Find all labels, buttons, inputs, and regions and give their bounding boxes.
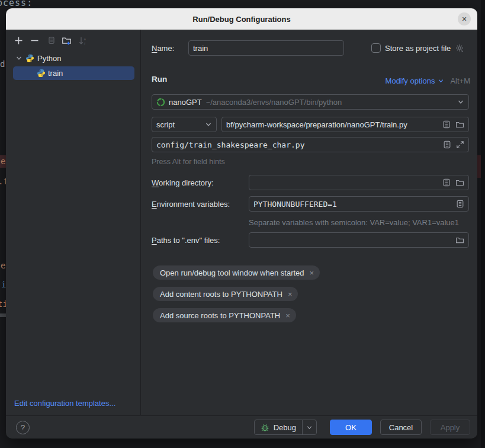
screen: { "window": { "title": "Run/Debug Config… bbox=[0, 0, 485, 448]
chevron-down-icon bbox=[205, 121, 212, 128]
name-label-mnemonic: N bbox=[152, 44, 157, 53]
environment-variables-rest: nvironment variables: bbox=[157, 200, 230, 209]
environment-variables-label: Environment variables: bbox=[152, 196, 230, 212]
script-mode-value: script bbox=[156, 120, 175, 129]
folder-icon[interactable] bbox=[455, 178, 464, 187]
dialog-footer: ? Debug OK Cancel Apply bbox=[6, 415, 477, 439]
configurations-sidebar: az Python train bbox=[6, 30, 141, 415]
chevron-down-icon bbox=[438, 78, 444, 84]
bug-icon bbox=[261, 423, 269, 432]
dialog-title: Run/Debug Configurations bbox=[192, 15, 290, 24]
browse-list-icon[interactable] bbox=[456, 200, 464, 208]
interpreter-name: nanoGPT bbox=[169, 98, 202, 107]
option-tag[interactable]: Add source roots to PYTHONPATH × bbox=[153, 308, 296, 322]
option-tag[interactable]: Open run/debug tool window when started … bbox=[153, 265, 320, 280]
tree-item-train-selected[interactable]: train bbox=[13, 66, 134, 80]
interpreter-select[interactable]: nanoGPT ~/anaconda3/envs/nanoGPT/bin/pyt… bbox=[152, 94, 469, 110]
chevron-down-icon[interactable] bbox=[303, 420, 316, 434]
browse-list-icon[interactable] bbox=[442, 178, 451, 187]
name-field[interactable] bbox=[188, 40, 344, 56]
script-mode-select[interactable]: script bbox=[152, 117, 217, 132]
gear-icon[interactable] bbox=[455, 43, 464, 53]
name-label-rest: ame: bbox=[157, 44, 174, 53]
store-as-project-file-group: Store as project file bbox=[371, 40, 464, 56]
tag-close-icon[interactable]: × bbox=[285, 312, 290, 319]
new-folder-icon[interactable] bbox=[62, 36, 72, 46]
background-scroll-thumb bbox=[0, 313, 6, 317]
tag-close-icon[interactable]: × bbox=[310, 269, 314, 277]
debug-split-button[interactable]: Debug bbox=[254, 420, 317, 435]
modify-options-shortcut: Alt+M bbox=[450, 76, 470, 85]
apply-button-disabled: Apply bbox=[430, 420, 470, 435]
python-icon bbox=[37, 69, 46, 78]
dialog-titlebar: Run/Debug Configurations × bbox=[6, 8, 477, 30]
env-paths-label: Paths to ".env" files: bbox=[152, 232, 220, 248]
background-error-stripe bbox=[477, 155, 481, 178]
python-icon bbox=[25, 54, 34, 63]
cancel-button[interactable]: Cancel bbox=[380, 420, 422, 435]
add-icon[interactable] bbox=[14, 36, 24, 46]
tree-item-label: Python bbox=[37, 54, 61, 63]
store-as-project-file-checkbox[interactable] bbox=[371, 43, 381, 53]
edit-configuration-templates-link[interactable]: Edit configuration templates... bbox=[14, 399, 115, 408]
sidebar-toolbar: az bbox=[6, 30, 140, 50]
tree-item-python[interactable]: Python bbox=[6, 52, 140, 65]
env-paths-field[interactable] bbox=[249, 232, 469, 248]
environment-variables-mnemonic: E bbox=[152, 200, 157, 209]
copy-icon bbox=[46, 36, 56, 46]
name-input[interactable] bbox=[193, 44, 339, 53]
background-code-fragment: e bbox=[1, 261, 5, 270]
debug-button-label: Debug bbox=[274, 423, 296, 432]
remove-icon[interactable] bbox=[30, 36, 40, 46]
parameters-value: config/train_shakespeare_char.py bbox=[156, 140, 304, 149]
name-label: Name: bbox=[152, 40, 174, 56]
svg-text:a: a bbox=[83, 37, 86, 40]
environment-variables-hint: Separate variables with semicolon: VAR=v… bbox=[249, 218, 459, 227]
sort-icon: az bbox=[78, 36, 88, 46]
background-right-panel bbox=[481, 0, 485, 448]
conda-env-icon bbox=[156, 98, 165, 107]
svg-text:z: z bbox=[83, 41, 85, 44]
expand-icon[interactable] bbox=[456, 140, 464, 149]
run-debug-configurations-dialog: Run/Debug Configurations × az bbox=[6, 8, 477, 439]
background-code-fragment: d bbox=[0, 59, 5, 69]
folder-icon[interactable] bbox=[455, 236, 464, 245]
background-console-text: ocess: bbox=[0, 0, 33, 8]
script-path-field[interactable]: bf/pycharm-workspace/preparation/nanoGPT… bbox=[221, 117, 469, 132]
chevron-down-icon bbox=[457, 98, 464, 105]
working-directory-rest: orking directory: bbox=[159, 178, 213, 187]
environment-variables-value: PYTHONUNBUFFERED=1 bbox=[253, 200, 337, 209]
modify-options-link[interactable]: Modify options bbox=[386, 76, 445, 85]
working-directory-field[interactable] bbox=[249, 175, 469, 190]
alt-field-hint: Press Alt for field hints bbox=[152, 158, 225, 166]
working-directory-mnemonic: W bbox=[152, 178, 159, 187]
close-icon[interactable]: × bbox=[458, 12, 471, 25]
run-section-header: Run bbox=[152, 75, 167, 84]
option-tag[interactable]: Add content roots to PYTHONPATH × bbox=[153, 287, 298, 301]
folder-icon[interactable] bbox=[455, 120, 464, 129]
environment-variables-field[interactable]: PYTHONUNBUFFERED=1 bbox=[249, 196, 469, 212]
store-as-project-file-label: Store as project file bbox=[385, 44, 451, 53]
tag-close-icon[interactable]: × bbox=[288, 290, 293, 298]
help-icon[interactable]: ? bbox=[16, 421, 30, 434]
browse-list-icon[interactable] bbox=[442, 120, 451, 129]
option-tag-label: Add content roots to PYTHONPATH bbox=[160, 290, 282, 299]
env-paths-rest: aths to ".env" files: bbox=[157, 236, 220, 245]
script-path-value: bf/pycharm-workspace/preparation/nanoGPT… bbox=[226, 120, 407, 129]
modify-options-label: Modify options bbox=[386, 76, 435, 85]
chevron-down-icon[interactable] bbox=[15, 55, 23, 62]
option-tag-label: Add source roots to PYTHONPATH bbox=[160, 311, 280, 320]
modify-options-group: Modify options Alt+M bbox=[386, 73, 470, 88]
option-tag-label: Open run/debug tool window when started bbox=[160, 268, 304, 277]
tree-item-label: train bbox=[48, 69, 63, 78]
parameters-field[interactable]: config/train_shakespeare_char.py bbox=[152, 137, 469, 152]
configurations-tree: Python train bbox=[6, 50, 140, 80]
ok-button[interactable]: OK bbox=[330, 420, 372, 435]
interpreter-path: ~/anaconda3/envs/nanoGPT/bin/python bbox=[206, 98, 342, 107]
working-directory-label: Working directory: bbox=[152, 175, 214, 190]
env-paths-mnemonic: P bbox=[152, 236, 157, 245]
background-code-fragment: e bbox=[1, 156, 5, 166]
browse-list-icon[interactable] bbox=[443, 140, 451, 149]
